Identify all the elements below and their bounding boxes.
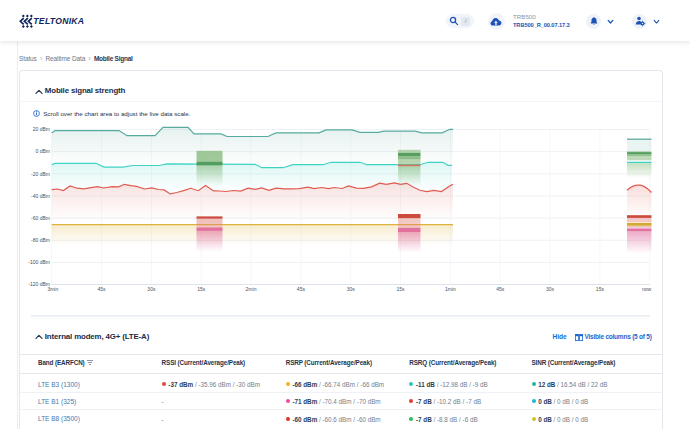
svg-text:-60 dBm: -60 dBm	[31, 215, 50, 221]
svg-text:TELTONIKA: TELTONIKA	[33, 16, 84, 26]
svg-text:3min: 3min	[47, 286, 58, 292]
svg-text:45s: 45s	[496, 286, 505, 292]
svg-text:30s: 30s	[546, 286, 555, 292]
svg-text:-100 dBm: -100 dBm	[28, 259, 50, 265]
svg-text:15s: 15s	[596, 286, 605, 292]
svg-text:30s: 30s	[347, 286, 356, 292]
svg-text:-20 dBm: -20 dBm	[31, 171, 50, 177]
svg-text:15s: 15s	[396, 286, 405, 292]
svg-text:-80 dBm: -80 dBm	[31, 237, 50, 243]
svg-text:0 dBm: 0 dBm	[36, 148, 50, 154]
svg-text:15s: 15s	[197, 286, 206, 292]
svg-text:45s: 45s	[97, 286, 106, 292]
svg-text:-40 dBm: -40 dBm	[31, 193, 50, 199]
svg-text:2min: 2min	[246, 286, 257, 292]
svg-text:1min: 1min	[445, 286, 456, 292]
svg-text:20 dBm: 20 dBm	[33, 126, 50, 132]
svg-text:30s: 30s	[147, 286, 156, 292]
svg-text:45s: 45s	[297, 286, 306, 292]
svg-text:now: now	[642, 286, 652, 292]
